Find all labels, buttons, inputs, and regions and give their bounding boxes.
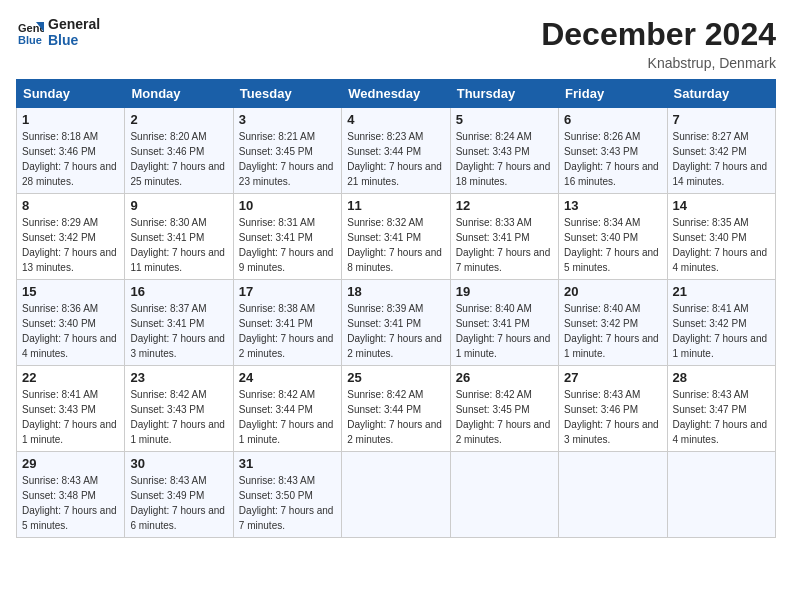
weekday-header-cell: Tuesday <box>233 80 341 108</box>
calendar-week-row: 1Sunrise: 8:18 AMSunset: 3:46 PMDaylight… <box>17 108 776 194</box>
logo-blue: Blue <box>48 32 100 48</box>
calendar-day-cell: 20Sunrise: 8:40 AMSunset: 3:42 PMDayligh… <box>559 280 667 366</box>
day-number: 16 <box>130 284 227 299</box>
day-info: Sunrise: 8:18 AMSunset: 3:46 PMDaylight:… <box>22 129 119 189</box>
day-info: Sunrise: 8:42 AMSunset: 3:45 PMDaylight:… <box>456 387 553 447</box>
day-number: 10 <box>239 198 336 213</box>
day-number: 15 <box>22 284 119 299</box>
calendar-table: SundayMondayTuesdayWednesdayThursdayFrid… <box>16 79 776 538</box>
title-block: December 2024 Knabstrup, Denmark <box>541 16 776 71</box>
day-number: 6 <box>564 112 661 127</box>
day-number: 20 <box>564 284 661 299</box>
calendar-body: 1Sunrise: 8:18 AMSunset: 3:46 PMDaylight… <box>17 108 776 538</box>
day-number: 5 <box>456 112 553 127</box>
calendar-day-cell: 26Sunrise: 8:42 AMSunset: 3:45 PMDayligh… <box>450 366 558 452</box>
day-number: 27 <box>564 370 661 385</box>
day-number: 28 <box>673 370 770 385</box>
weekday-header-cell: Saturday <box>667 80 775 108</box>
day-number: 18 <box>347 284 444 299</box>
day-number: 17 <box>239 284 336 299</box>
day-info: Sunrise: 8:42 AMSunset: 3:44 PMDaylight:… <box>347 387 444 447</box>
day-info: Sunrise: 8:26 AMSunset: 3:43 PMDaylight:… <box>564 129 661 189</box>
calendar-day-cell: 7Sunrise: 8:27 AMSunset: 3:42 PMDaylight… <box>667 108 775 194</box>
calendar-day-cell: 27Sunrise: 8:43 AMSunset: 3:46 PMDayligh… <box>559 366 667 452</box>
day-info: Sunrise: 8:32 AMSunset: 3:41 PMDaylight:… <box>347 215 444 275</box>
day-info: Sunrise: 8:39 AMSunset: 3:41 PMDaylight:… <box>347 301 444 361</box>
day-info: Sunrise: 8:43 AMSunset: 3:49 PMDaylight:… <box>130 473 227 533</box>
weekday-header-cell: Sunday <box>17 80 125 108</box>
calendar-day-cell: 17Sunrise: 8:38 AMSunset: 3:41 PMDayligh… <box>233 280 341 366</box>
day-info: Sunrise: 8:27 AMSunset: 3:42 PMDaylight:… <box>673 129 770 189</box>
calendar-day-cell: 28Sunrise: 8:43 AMSunset: 3:47 PMDayligh… <box>667 366 775 452</box>
day-info: Sunrise: 8:29 AMSunset: 3:42 PMDaylight:… <box>22 215 119 275</box>
day-info: Sunrise: 8:33 AMSunset: 3:41 PMDaylight:… <box>456 215 553 275</box>
day-info: Sunrise: 8:35 AMSunset: 3:40 PMDaylight:… <box>673 215 770 275</box>
day-info: Sunrise: 8:20 AMSunset: 3:46 PMDaylight:… <box>130 129 227 189</box>
logo: General Blue General Blue <box>16 16 100 48</box>
day-number: 2 <box>130 112 227 127</box>
weekday-header-row: SundayMondayTuesdayWednesdayThursdayFrid… <box>17 80 776 108</box>
calendar-week-row: 15Sunrise: 8:36 AMSunset: 3:40 PMDayligh… <box>17 280 776 366</box>
calendar-day-cell: 16Sunrise: 8:37 AMSunset: 3:41 PMDayligh… <box>125 280 233 366</box>
calendar-day-cell: 10Sunrise: 8:31 AMSunset: 3:41 PMDayligh… <box>233 194 341 280</box>
day-info: Sunrise: 8:36 AMSunset: 3:40 PMDaylight:… <box>22 301 119 361</box>
calendar-day-cell: 22Sunrise: 8:41 AMSunset: 3:43 PMDayligh… <box>17 366 125 452</box>
day-info: Sunrise: 8:43 AMSunset: 3:47 PMDaylight:… <box>673 387 770 447</box>
day-number: 30 <box>130 456 227 471</box>
day-number: 21 <box>673 284 770 299</box>
calendar-day-cell <box>667 452 775 538</box>
calendar-day-cell: 24Sunrise: 8:42 AMSunset: 3:44 PMDayligh… <box>233 366 341 452</box>
calendar-day-cell: 29Sunrise: 8:43 AMSunset: 3:48 PMDayligh… <box>17 452 125 538</box>
calendar-day-cell: 5Sunrise: 8:24 AMSunset: 3:43 PMDaylight… <box>450 108 558 194</box>
calendar-day-cell <box>450 452 558 538</box>
day-number: 9 <box>130 198 227 213</box>
weekday-header-cell: Monday <box>125 80 233 108</box>
day-number: 12 <box>456 198 553 213</box>
location-text: Knabstrup, Denmark <box>541 55 776 71</box>
calendar-day-cell: 31Sunrise: 8:43 AMSunset: 3:50 PMDayligh… <box>233 452 341 538</box>
day-info: Sunrise: 8:42 AMSunset: 3:43 PMDaylight:… <box>130 387 227 447</box>
calendar-day-cell: 25Sunrise: 8:42 AMSunset: 3:44 PMDayligh… <box>342 366 450 452</box>
calendar-day-cell: 3Sunrise: 8:21 AMSunset: 3:45 PMDaylight… <box>233 108 341 194</box>
calendar-day-cell: 9Sunrise: 8:30 AMSunset: 3:41 PMDaylight… <box>125 194 233 280</box>
calendar-day-cell <box>559 452 667 538</box>
day-info: Sunrise: 8:30 AMSunset: 3:41 PMDaylight:… <box>130 215 227 275</box>
day-number: 19 <box>456 284 553 299</box>
calendar-day-cell <box>342 452 450 538</box>
calendar-day-cell: 30Sunrise: 8:43 AMSunset: 3:49 PMDayligh… <box>125 452 233 538</box>
day-number: 4 <box>347 112 444 127</box>
day-number: 31 <box>239 456 336 471</box>
calendar-day-cell: 2Sunrise: 8:20 AMSunset: 3:46 PMDaylight… <box>125 108 233 194</box>
day-info: Sunrise: 8:41 AMSunset: 3:43 PMDaylight:… <box>22 387 119 447</box>
day-info: Sunrise: 8:40 AMSunset: 3:41 PMDaylight:… <box>456 301 553 361</box>
day-info: Sunrise: 8:43 AMSunset: 3:48 PMDaylight:… <box>22 473 119 533</box>
day-number: 8 <box>22 198 119 213</box>
calendar-week-row: 29Sunrise: 8:43 AMSunset: 3:48 PMDayligh… <box>17 452 776 538</box>
day-info: Sunrise: 8:38 AMSunset: 3:41 PMDaylight:… <box>239 301 336 361</box>
calendar-day-cell: 1Sunrise: 8:18 AMSunset: 3:46 PMDaylight… <box>17 108 125 194</box>
day-number: 11 <box>347 198 444 213</box>
calendar-day-cell: 23Sunrise: 8:42 AMSunset: 3:43 PMDayligh… <box>125 366 233 452</box>
calendar-day-cell: 8Sunrise: 8:29 AMSunset: 3:42 PMDaylight… <box>17 194 125 280</box>
day-info: Sunrise: 8:31 AMSunset: 3:41 PMDaylight:… <box>239 215 336 275</box>
day-number: 26 <box>456 370 553 385</box>
logo-general: General <box>48 16 100 32</box>
day-number: 22 <box>22 370 119 385</box>
day-info: Sunrise: 8:43 AMSunset: 3:46 PMDaylight:… <box>564 387 661 447</box>
weekday-header-cell: Thursday <box>450 80 558 108</box>
day-number: 7 <box>673 112 770 127</box>
calendar-day-cell: 21Sunrise: 8:41 AMSunset: 3:42 PMDayligh… <box>667 280 775 366</box>
calendar-day-cell: 15Sunrise: 8:36 AMSunset: 3:40 PMDayligh… <box>17 280 125 366</box>
day-number: 29 <box>22 456 119 471</box>
calendar-day-cell: 6Sunrise: 8:26 AMSunset: 3:43 PMDaylight… <box>559 108 667 194</box>
day-info: Sunrise: 8:43 AMSunset: 3:50 PMDaylight:… <box>239 473 336 533</box>
day-info: Sunrise: 8:24 AMSunset: 3:43 PMDaylight:… <box>456 129 553 189</box>
day-info: Sunrise: 8:21 AMSunset: 3:45 PMDaylight:… <box>239 129 336 189</box>
calendar-day-cell: 4Sunrise: 8:23 AMSunset: 3:44 PMDaylight… <box>342 108 450 194</box>
calendar-day-cell: 12Sunrise: 8:33 AMSunset: 3:41 PMDayligh… <box>450 194 558 280</box>
day-number: 14 <box>673 198 770 213</box>
day-number: 3 <box>239 112 336 127</box>
day-info: Sunrise: 8:40 AMSunset: 3:42 PMDaylight:… <box>564 301 661 361</box>
calendar-day-cell: 18Sunrise: 8:39 AMSunset: 3:41 PMDayligh… <box>342 280 450 366</box>
calendar-week-row: 8Sunrise: 8:29 AMSunset: 3:42 PMDaylight… <box>17 194 776 280</box>
